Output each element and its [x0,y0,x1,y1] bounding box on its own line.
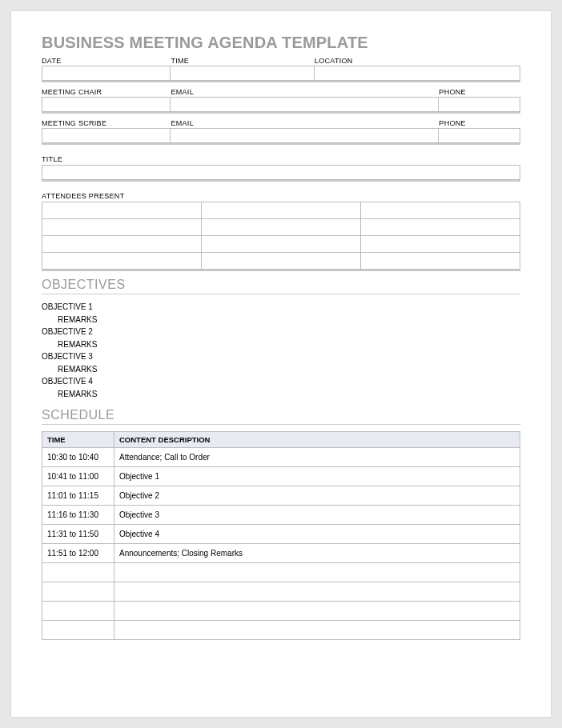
schedule-content-cell[interactable] [114,563,520,582]
schedule-content-cell[interactable] [114,621,520,640]
schedule-time-cell[interactable] [42,602,114,621]
title-group: TITLE [42,150,520,182]
remarks-label: REMARKS [58,338,520,351]
objectives-list: OBJECTIVE 1 REMARKS OBJECTIVE 2 REMARKS … [42,301,520,400]
chair-field[interactable] [42,97,171,112]
chair-phone-field[interactable] [439,97,520,112]
location-label: LOCATION [315,57,520,65]
chair-phone-label: PHONE [439,88,520,96]
schedule-time-cell[interactable] [42,582,114,602]
schedule-time-cell[interactable] [42,621,114,640]
attendee-cell[interactable] [202,202,361,219]
attendees-group: ATTENDEES PRESENT [42,187,520,271]
scribe-label: MEETING SCRIBE [42,119,171,127]
schedule-content-cell[interactable]: Announcements; Closing Remarks [114,544,520,563]
schedule-time-cell[interactable] [42,563,114,582]
schedule-content-cell[interactable]: Objective 3 [114,506,520,525]
title-field-label: TITLE [42,155,62,163]
schedule-row [42,563,520,582]
schedule-table: TIME CONTENT DESCRIPTION 10:30 to 10:40A… [42,431,520,640]
attendees-table [42,202,520,270]
schedule-time-cell[interactable]: 11:31 to 11:50 [42,525,114,544]
schedule-time-cell[interactable]: 11:01 to 11:15 [42,486,114,506]
schedule-time-cell[interactable]: 10:30 to 10:40 [42,448,114,467]
schedule-row: 11:01 to 11:15Objective 2 [42,486,520,506]
schedule-row: 10:41 to 11:00Objective 1 [42,467,520,486]
attendee-cell[interactable] [361,202,520,219]
schedule-row: 11:16 to 11:30Objective 3 [42,506,520,525]
objective-label: OBJECTIVE 4 [42,375,520,388]
scribe-phone-field[interactable] [439,128,520,143]
schedule-header-time: TIME [42,432,114,448]
remarks-label: REMARKS [58,363,520,376]
location-field[interactable] [315,66,520,81]
scribe-group: MEETING SCRIBE EMAIL PHONE [42,119,520,145]
scribe-field[interactable] [42,128,171,143]
page-title: BUSINESS MEETING AGENDA TEMPLATE [42,34,520,52]
schedule-time-cell[interactable]: 10:41 to 11:00 [42,467,114,486]
meta-group: DATE TIME LOCATION [42,57,520,82]
objective-label: OBJECTIVE 1 [42,301,520,314]
attendee-cell[interactable] [361,253,520,270]
time-field[interactable] [171,66,314,81]
schedule-content-cell[interactable]: Attendance; Call to Order [114,448,520,467]
attendee-cell[interactable] [202,236,361,253]
title-field[interactable] [42,165,520,180]
chair-email-label: EMAIL [171,88,439,96]
schedule-row [42,621,520,640]
attendees-label: ATTENDEES PRESENT [42,192,124,200]
objective-label: OBJECTIVE 2 [42,326,520,338]
schedule-time-cell[interactable]: 11:16 to 11:30 [42,506,114,525]
attendee-cell[interactable] [42,253,202,270]
schedule-row: 11:31 to 11:50Objective 4 [42,525,520,544]
date-label: DATE [42,57,171,65]
schedule-content-cell[interactable] [114,602,520,621]
schedule-content-cell[interactable]: Objective 4 [114,525,520,544]
schedule-row: 11:51 to 12:00Announcements; Closing Rem… [42,544,520,563]
scribe-email-label: EMAIL [171,119,439,127]
remarks-label: REMARKS [58,388,520,401]
attendee-cell[interactable] [42,236,202,253]
attendee-cell[interactable] [42,202,202,219]
scribe-email-field[interactable] [171,128,439,143]
schedule-content-cell[interactable]: Objective 1 [114,467,520,486]
scribe-phone-label: PHONE [439,119,520,127]
attendee-cell[interactable] [42,219,202,236]
document-page: BUSINESS MEETING AGENDA TEMPLATE DATE TI… [11,11,551,717]
schedule-row [42,602,520,621]
chair-group: MEETING CHAIR EMAIL PHONE [42,88,520,114]
schedule-content-cell[interactable] [114,582,520,602]
schedule-row: 10:30 to 10:40Attendance; Call to Order [42,448,520,467]
chair-label: MEETING CHAIR [42,88,171,96]
date-field[interactable] [42,66,171,81]
schedule-header-content: CONTENT DESCRIPTION [114,432,520,448]
schedule-content-cell[interactable]: Objective 2 [114,486,520,506]
attendee-cell[interactable] [202,219,361,236]
remarks-label: REMARKS [58,314,520,326]
attendee-cell[interactable] [202,253,361,270]
schedule-row [42,582,520,602]
objective-label: OBJECTIVE 3 [42,350,520,363]
time-label: TIME [171,57,314,65]
attendee-cell[interactable] [361,236,520,253]
schedule-time-cell[interactable]: 11:51 to 12:00 [42,544,114,563]
attendee-cell[interactable] [361,219,520,236]
schedule-heading: SCHEDULE [42,408,520,425]
chair-email-field[interactable] [171,97,439,112]
objectives-heading: OBJECTIVES [42,278,520,294]
